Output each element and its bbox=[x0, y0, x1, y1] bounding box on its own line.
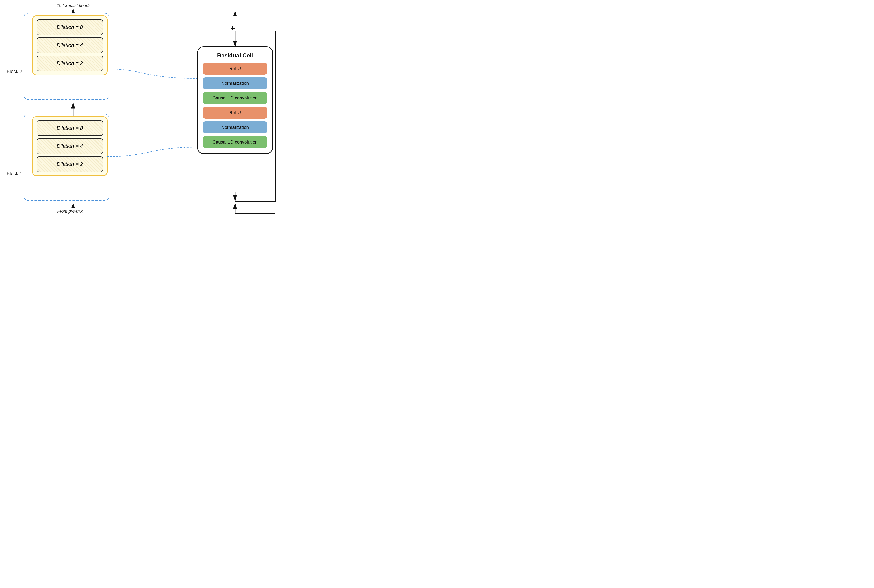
plus-symbol: + bbox=[230, 24, 235, 33]
dilation-2-block2: Dilation = 2 bbox=[36, 56, 103, 71]
block1-label: Block 1 bbox=[7, 171, 22, 176]
dilation-4-block2: Dilation = 4 bbox=[36, 38, 103, 53]
dilation-2-block1: Dilation = 2 bbox=[36, 156, 103, 172]
dilation-4-block1: Dilation = 4 bbox=[36, 138, 103, 154]
residual-cell-title: Residual Cell bbox=[203, 52, 267, 59]
diagram-container: To forecast heads Dilation = 8 Dilation … bbox=[0, 0, 318, 220]
to-forecast-label: To forecast heads bbox=[55, 3, 93, 8]
relu1-cell: ReLU bbox=[203, 63, 267, 75]
conv2-cell: Causal 1D convolution bbox=[203, 136, 267, 148]
norm1-cell: Normalization bbox=[203, 77, 267, 89]
from-premix-label: From pre-mix bbox=[46, 209, 94, 214]
block1-panel: Dilation = 8 Dilation = 4 Dilation = 2 bbox=[32, 116, 108, 176]
relu2-cell: ReLU bbox=[203, 107, 267, 118]
dilation-8-block2: Dilation = 8 bbox=[36, 20, 103, 35]
residual-cell-panel: Residual Cell ReLU Normalization Causal … bbox=[197, 46, 273, 154]
norm2-cell: Normalization bbox=[203, 122, 267, 134]
dilation-8-block1: Dilation = 8 bbox=[36, 120, 103, 136]
block2-label: Block 2 bbox=[7, 69, 22, 74]
conv1-cell: Causal 1D convolution bbox=[203, 92, 267, 104]
block2-panel: Dilation = 8 Dilation = 4 Dilation = 2 bbox=[32, 15, 108, 75]
